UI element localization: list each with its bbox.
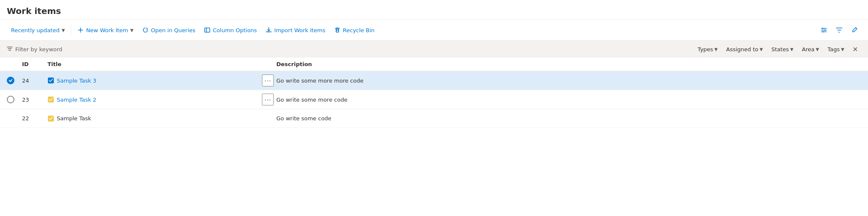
row-2-description: Go write some more code — [276, 97, 861, 103]
row-2-id: 23 — [22, 97, 47, 103]
table-row: 24 Sample Task 3 ⋯ Go write some more mo… — [0, 71, 868, 90]
row-1-checkbox[interactable] — [7, 77, 22, 84]
new-work-item-label: New Work Item — [86, 27, 128, 33]
column-options-icon — [204, 27, 211, 33]
svg-point-8 — [824, 30, 826, 31]
row-3-description: Go write some code — [276, 115, 861, 122]
row-1-id: 24 — [22, 78, 47, 84]
task-icon-yellow — [47, 96, 54, 103]
types-dropdown[interactable]: Types ▼ — [694, 44, 721, 54]
open-in-queries-button[interactable]: Open in Queries — [138, 24, 200, 36]
column-options-label: Column Options — [213, 27, 257, 33]
assigned-to-chevron-icon: ▼ — [760, 47, 763, 52]
new-work-item-chevron-icon: ▼ — [130, 28, 134, 33]
header-title-col: Title — [47, 61, 259, 67]
row-3-id: 22 — [22, 115, 47, 122]
import-work-items-button[interactable]: Import Work Items — [261, 24, 330, 36]
tags-chevron-icon: ▼ — [841, 47, 844, 52]
new-work-item-button[interactable]: New Work Item ▼ — [73, 24, 138, 36]
table-row: 23 Sample Task 2 ⋯ Go write some more co… — [0, 90, 868, 109]
task-icon-yellow-2 — [47, 115, 54, 122]
svg-point-7 — [822, 28, 823, 29]
header-description-col: Description — [276, 61, 861, 67]
row-2-title: Sample Task 2 — [47, 96, 259, 103]
area-label: Area — [802, 46, 815, 53]
row-2-checkbox[interactable] — [7, 96, 22, 103]
import-icon — [265, 27, 272, 33]
filter-keyword-input[interactable]: Filter by keyword — [7, 46, 689, 53]
states-label: States — [771, 46, 789, 53]
table-header: ID Title Description — [0, 58, 868, 71]
column-options-button[interactable]: Column Options — [200, 24, 261, 36]
checkbox-unchecked-icon[interactable] — [7, 96, 14, 103]
filter-dropdowns: Types ▼ Assigned to ▼ States ▼ Area ▼ Ta… — [694, 43, 861, 55]
plus-icon — [77, 27, 84, 33]
filter-bar: Filter by keyword Types ▼ Assigned to ▼ … — [0, 41, 868, 58]
area-dropdown[interactable]: Area ▼ — [798, 44, 823, 54]
toolbar-divider — [71, 25, 71, 35]
row-3-title: Sample Task — [47, 115, 259, 122]
row-2-actions: ⋯ — [259, 94, 276, 105]
assigned-to-label: Assigned to — [726, 46, 758, 53]
states-chevron-icon: ▼ — [790, 47, 793, 52]
import-work-items-label: Import Work Items — [274, 27, 326, 33]
filter-button[interactable] — [832, 23, 846, 37]
edit-columns-button[interactable] — [848, 23, 861, 37]
filter-icon — [7, 46, 13, 52]
table-row: 22 Sample Task Go write some code — [0, 109, 868, 128]
settings-sliders-button[interactable] — [817, 23, 831, 37]
filter-keyword-label: Filter by keyword — [15, 46, 62, 53]
recently-updated-label: Recently updated — [11, 27, 59, 33]
recycle-bin-button[interactable]: Recycle Bin — [330, 24, 379, 36]
open-queries-icon — [142, 27, 149, 33]
work-items-table: ID Title Description 24 Sample Task 3 ⋯ … — [0, 58, 868, 128]
recycle-bin-label: Recycle Bin — [343, 27, 375, 33]
area-chevron-icon: ▼ — [816, 47, 819, 52]
row-1-actions: ⋯ — [259, 75, 276, 86]
row-1-title: Sample Task 3 — [47, 77, 259, 84]
tags-label: Tags — [828, 46, 840, 53]
checkbox-checked-icon[interactable] — [7, 77, 14, 84]
header-id-col: ID — [22, 61, 47, 67]
row-3-checkbox[interactable] — [7, 115, 22, 122]
open-in-queries-label: Open in Queries — [151, 27, 195, 33]
row-1-title-link[interactable]: Sample Task 3 — [57, 78, 96, 84]
recently-updated-chevron-icon: ▼ — [61, 28, 65, 33]
toolbar: Recently updated ▼ New Work Item ▼ Open … — [0, 19, 868, 41]
row-1-more-button[interactable]: ⋯ — [262, 75, 274, 86]
checkbox-empty-placeholder — [7, 115, 14, 122]
assigned-to-dropdown[interactable]: Assigned to ▼ — [723, 44, 766, 54]
types-label: Types — [698, 46, 713, 53]
row-2-title-link[interactable]: Sample Task 2 — [57, 97, 96, 103]
toolbar-right — [817, 23, 861, 37]
row-3-title-text: Sample Task — [57, 115, 91, 122]
row-2-more-button[interactable]: ⋯ — [262, 94, 274, 105]
task-icon-blue — [47, 77, 54, 84]
page-title: Work items — [0, 0, 868, 19]
filter-close-button[interactable]: ✕ — [849, 43, 861, 55]
recently-updated-dropdown[interactable]: Recently updated ▼ — [7, 25, 69, 36]
recycle-bin-icon — [334, 27, 341, 33]
row-1-description: Go write some more more code — [276, 78, 861, 84]
tags-dropdown[interactable]: Tags ▼ — [824, 44, 848, 54]
states-dropdown[interactable]: States ▼ — [768, 44, 797, 54]
types-chevron-icon: ▼ — [715, 47, 718, 52]
svg-point-9 — [823, 31, 824, 33]
